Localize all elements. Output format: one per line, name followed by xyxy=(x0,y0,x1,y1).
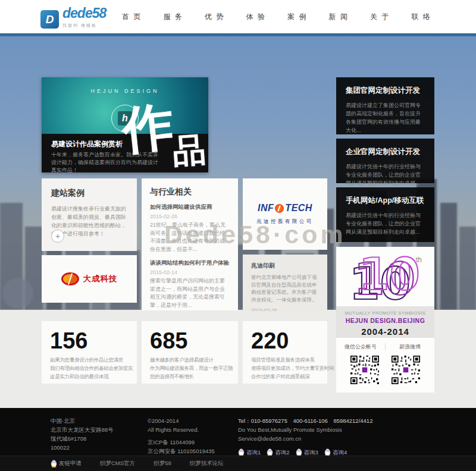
anniversary-card: 10 10 10 th MUTUALLY PROMOTE SYMBIOSIS H… xyxy=(336,247,434,338)
anniversary-10th-graphic: 10 10 10 th xyxy=(336,247,434,306)
project-date: 2015-02-26 xyxy=(251,307,319,311)
project-description: 签约北京紫峰地产公司旗下项目官网及自住型商品房在线申购信息登记系统。并为客户提供… xyxy=(251,274,319,303)
service-description: 易建设计建立了集团公司官网专题的高端定制化服务，旨在提升各集团官网的有效传播与应… xyxy=(346,101,425,134)
stat-text-line: 如果为您量身设计的作品让您满意 xyxy=(50,356,129,364)
news-article[interactable]: 谈谈网站结构如何利于用户体验... 2015-02-14 搜索引擎是用户访问网站… xyxy=(150,259,230,309)
cases-card: 建站案例 易建设计搜集收录行业最无敌的创意、最精美的视觉、最具国际化的意识和前瞻… xyxy=(42,178,137,251)
bottom-link-label: 织梦技术论坛 xyxy=(190,460,224,467)
footer-address-line1: 北京市大龙区大安路88号 xyxy=(51,425,114,434)
service-title: 企业官网定制设计开发 xyxy=(346,147,425,157)
bottom-link-label: 友链申请 xyxy=(59,460,82,467)
footer-address-line2: 现代城6#1708 xyxy=(51,434,114,443)
service-description: 易建设计凭借十年的行业经验与专业化服务团队，让您的企业官网从满足预期目标到走向卓… xyxy=(346,211,425,236)
footer-copyright-years: ©2004-2014 xyxy=(148,416,215,425)
anniversary-slogan-en: MUTUALLY PROMOTE SYMBIOSIS xyxy=(336,310,434,316)
cases-more-button[interactable]: + xyxy=(51,230,64,243)
service-panel-group-site[interactable]: 集团官网定制设计开发 易建设计建立了集团公司官网专题的高端定制化服务，旨在提升各… xyxy=(336,77,434,134)
anniversary-band: MUTUALLY PROMOTE SYMBIOSIS HEJUN DESIGN.… xyxy=(336,306,434,338)
article-excerpt: 搜索引擎是用户访问网站的主要渠道之一，而网站是用户与企业相互沟通的桥梁，无论是搜… xyxy=(150,277,230,309)
news-card: 与行业相关 如何选择网站建设供应商 2015-02-26 21世纪，要么电子商务… xyxy=(142,178,238,310)
header: D dede58 找源码 做模板 首 页 服 务 优 势 体 验 案 例 新 闻… xyxy=(0,0,476,33)
stat-card-projects: 220 项目管理标准及服务流程体系 使得项目更加成功，节约大量宝贵时间 合作过的… xyxy=(243,321,327,384)
footer-bottom-bar: 友链申请 织梦CMS官方 织梦58 织梦技术论坛 xyxy=(0,456,476,471)
featured-showcase-card[interactable]: HEJUN DESIGN h 作 品 易建设计作品案例赏析 十年来，服务客户达数… xyxy=(42,77,208,172)
footer-zipcode: 100022 xyxy=(51,443,114,452)
nav-item-contact[interactable]: 联 络 xyxy=(412,12,431,22)
bottom-link-label: 织梦58 xyxy=(154,460,171,467)
stat-text-line: 作为网站建设服务商，而这一数字正随 xyxy=(150,364,230,372)
article-title[interactable]: 如何选择网站建设供应商 xyxy=(150,203,230,211)
page: D dede58 找源码 做模板 首 页 服 务 优 势 体 验 案 例 新 闻… xyxy=(0,0,476,471)
wechat-label: 微信公众帐号 xyxy=(336,343,386,351)
stat-text-line: 您的选择而不断增长 xyxy=(150,372,230,381)
stat-text-line: 合作过的客户对此感受颇深 xyxy=(251,372,319,381)
client-dacheng-card[interactable]: 大成科技 xyxy=(42,255,137,303)
anniversary-brand-line: HEJUN DESIGN.BEIJING xyxy=(336,317,434,324)
nav-item-services[interactable]: 服 务 xyxy=(164,12,183,22)
client-infotech-card[interactable]: INF TECH 兆迪控股有限公司 xyxy=(243,178,327,250)
friend-link-apply[interactable]: 友链申请 xyxy=(51,460,82,467)
service-panel-mobile[interactable]: 手机网站/App/移动互联 易建设计凭借十年的行业经验与专业化服务团队，让您的企… xyxy=(336,187,434,242)
footer-icp[interactable]: 京ICP备 11044099 xyxy=(148,438,215,447)
logo-icon: D xyxy=(40,10,59,29)
cases-title: 建站案例 xyxy=(51,188,127,199)
stat-card-designs: 156 如果为您量身设计的作品让您满意 我们有理由相信合作的基础会更加坚实 这是… xyxy=(42,321,137,384)
footer-country: 中国·北京 xyxy=(51,416,114,425)
stat-text-line: 我们有理由相信合作的基础会更加坚实 xyxy=(50,364,129,372)
project-card[interactable]: 兆迪印刷 签约北京紫峰地产公司旗下项目官网及自住型商品房在线申购信息登记系统。并… xyxy=(243,255,327,311)
footer-telephone: Tel：010-85976275 400-6116-106 85984212/4… xyxy=(238,416,372,425)
qq-penguin-icon xyxy=(51,460,57,467)
stat-card-clients: 685 越来越多的客户选择易建设计 作为网站建设服务商，而这一数字正随 您的选择… xyxy=(142,321,238,384)
footer-police-record[interactable]: 京公网安备 110105019435 xyxy=(148,447,215,456)
dacheng-logo-icon xyxy=(61,272,79,285)
infotech-logo-text-right: TECH xyxy=(285,203,312,213)
social-card: 微信公众帐号 新浪微博 xyxy=(336,338,434,392)
nav-item-about[interactable]: 关 于 xyxy=(370,12,390,22)
footer-email[interactable]: Service@dede58.com.cn xyxy=(238,434,372,443)
nav-item-cases[interactable]: 案 例 xyxy=(287,12,307,22)
service-title: 手机网站/App/移动互联 xyxy=(346,196,425,206)
dacheng-company-name: 大成科技 xyxy=(83,274,118,284)
article-excerpt: 21世纪，要么电子商务，要么无商可务。这句话出自谁口我已经不清楚，并且也许还有夸… xyxy=(150,221,230,253)
nav-item-advantage[interactable]: 优 势 xyxy=(205,12,224,22)
svg-text:10: 10 xyxy=(359,249,420,300)
featured-title[interactable]: 易建设计作品案例赏析 xyxy=(51,139,123,149)
stat-text-line: 使得项目更加成功，节约大量宝贵时间 xyxy=(251,364,319,372)
news-article[interactable]: 如何选择网站建设供应商 2015-02-26 21世纪，要么电子商务，要么无商可… xyxy=(150,203,230,253)
article-title[interactable]: 谈谈网站结构如何利于用户体验... xyxy=(150,259,230,267)
logo-tagline: 找源码 做模板 xyxy=(62,20,106,32)
stat-text-line: 越来越多的客户选择易建设计 xyxy=(150,356,230,364)
logo-text: dede58 找源码 做模板 xyxy=(62,7,106,32)
bottom-link-dede-forum[interactable]: 织梦技术论坛 xyxy=(188,460,224,467)
infotech-company-name: 兆迪控股有限公司 xyxy=(256,218,314,225)
calligraphy-char-2: 品 xyxy=(171,127,207,172)
calligraphy-char-1: 作 xyxy=(119,92,177,166)
logo-wordmark: dede58 xyxy=(62,5,106,21)
bottom-link-dedecms-official[interactable]: 织梦CMS官方 xyxy=(98,460,135,467)
news-title: 与行业相关 xyxy=(150,187,230,197)
infotech-logo-text-left: INF xyxy=(258,203,274,213)
footer-slogan: Do You Best,Mutually Promote Symbiosis xyxy=(238,425,372,434)
project-title[interactable]: 兆迪印刷 xyxy=(251,262,319,270)
service-panel-corporate-site[interactable]: 企业官网定制设计开发 易建设计凭借十年的行业经验与专业化服务团队，让您的企业官网… xyxy=(336,139,434,183)
featured-brand: HEJUN DESIGN xyxy=(42,88,208,94)
anniversary-years: 2004-2014 xyxy=(336,326,434,337)
weibo-qr-code xyxy=(392,356,420,384)
bottom-link-label: 织梦CMS官方 xyxy=(100,460,135,467)
header-divider xyxy=(0,33,476,36)
stat-text-line: 项目管理标准及服务流程体系 xyxy=(251,356,319,364)
nav-item-experience[interactable]: 体 验 xyxy=(246,12,266,22)
stat-value: 685 xyxy=(150,328,230,353)
bottom-link-dede58[interactable]: 织梦58 xyxy=(152,460,171,467)
nav-item-news[interactable]: 新 闻 xyxy=(329,12,349,22)
infotech-gear-icon xyxy=(275,204,284,213)
article-date: 2015-02-14 xyxy=(150,269,230,275)
wechat-qr-code xyxy=(350,356,379,384)
site-logo[interactable]: D dede58 找源码 做模板 xyxy=(40,7,106,32)
service-description: 易建设计凭借十年的行业经验与专业化服务团队，让您的企业官网从满足预期目标到走向卓… xyxy=(346,162,425,187)
nav-item-home[interactable]: 首 页 xyxy=(122,12,142,22)
article-date: 2015-02-26 xyxy=(150,213,230,219)
svg-text:th: th xyxy=(416,256,422,264)
weibo-label: 新浪微博 xyxy=(386,343,434,351)
stat-text-line: 这是实力和自信的最佳体现 xyxy=(50,372,129,381)
